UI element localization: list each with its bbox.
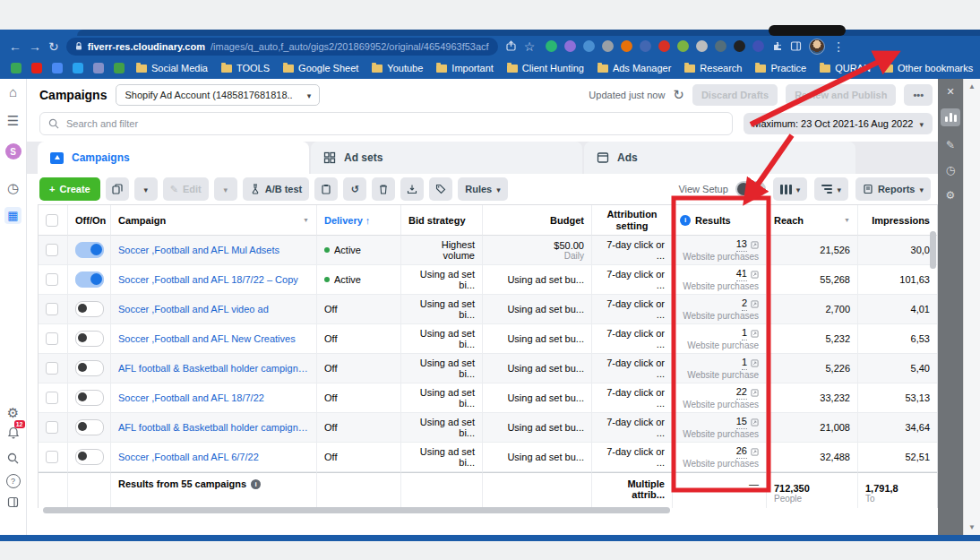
bookmark-favicon[interactable] bbox=[31, 63, 42, 73]
campaign-toggle[interactable] bbox=[75, 390, 104, 406]
scroll-down-arrow[interactable]: ▼ bbox=[964, 523, 980, 531]
results-value[interactable]: 2 bbox=[742, 297, 747, 310]
campaign-toggle[interactable] bbox=[75, 271, 104, 288]
col-delivery[interactable]: Delivery↑ bbox=[317, 205, 401, 236]
delete-button[interactable] bbox=[372, 177, 395, 201]
extension-icon[interactable] bbox=[734, 40, 745, 52]
bookmark-favicon[interactable] bbox=[93, 63, 104, 73]
other-bookmarks[interactable]: Other bookmarks bbox=[882, 63, 973, 73]
ab-test-button[interactable]: A/B test bbox=[243, 177, 310, 201]
row-checkbox[interactable] bbox=[46, 303, 58, 315]
bookmark-folder[interactable]: Youtube bbox=[372, 63, 423, 73]
clipboard-button[interactable] bbox=[314, 177, 338, 201]
export-button[interactable] bbox=[400, 177, 424, 201]
results-value[interactable]: 26 bbox=[736, 445, 747, 458]
campaign-toggle[interactable] bbox=[75, 360, 104, 376]
results-value[interactable]: 1 bbox=[742, 327, 747, 340]
campaign-toggle[interactable] bbox=[75, 419, 104, 435]
bookmark-star-icon[interactable]: ☆ bbox=[524, 40, 536, 53]
results-value[interactable]: 15 bbox=[736, 416, 747, 428]
bookmark-folder[interactable]: TOOLS bbox=[221, 63, 270, 73]
tab-ads[interactable]: Ads bbox=[584, 142, 855, 174]
overview-gauge-icon[interactable]: ◷ bbox=[7, 181, 19, 194]
bookmark-folder[interactable]: QURAN bbox=[820, 63, 871, 73]
close-icon[interactable]: ✕ bbox=[946, 86, 954, 98]
duplicate-button[interactable] bbox=[106, 177, 129, 201]
campaign-link[interactable]: Soccer ,Football and AFL video ad bbox=[118, 304, 269, 314]
row-checkbox[interactable] bbox=[46, 451, 58, 463]
row-checkbox[interactable] bbox=[46, 332, 58, 345]
tag-button[interactable] bbox=[429, 177, 452, 201]
panel-gear-icon[interactable]: ⚙ bbox=[946, 189, 956, 202]
account-avatar[interactable]: S bbox=[5, 143, 21, 159]
col-attribution[interactable]: Attribution setting bbox=[592, 205, 673, 236]
col-results[interactable]: iResults bbox=[673, 205, 767, 236]
view-setup-toggle[interactable] bbox=[735, 181, 766, 197]
account-selector[interactable]: Shopify Ad Account (1485817681818.. bbox=[116, 84, 320, 106]
bookmark-folder[interactable]: Client Hunting bbox=[507, 63, 584, 73]
campaign-toggle[interactable] bbox=[75, 242, 104, 258]
bookmark-favicon[interactable] bbox=[114, 63, 125, 73]
campaign-toggle[interactable] bbox=[75, 331, 104, 347]
results-value[interactable]: 1 bbox=[742, 357, 747, 369]
refresh-icon[interactable]: ↻ bbox=[673, 87, 684, 103]
reports-button[interactable]: Reports bbox=[855, 177, 931, 201]
menu-hamburger-icon[interactable]: ☰ bbox=[7, 114, 19, 127]
col-campaign[interactable]: Campaign▼ bbox=[111, 205, 317, 236]
rules-button[interactable]: Rules bbox=[458, 177, 508, 201]
extension-icon[interactable] bbox=[583, 40, 595, 52]
back-icon[interactable]: ← bbox=[9, 40, 21, 53]
charts-button[interactable] bbox=[941, 108, 960, 126]
bookmark-favicon[interactable] bbox=[52, 63, 63, 73]
campaign-link[interactable]: Soccer ,Football and AFL Mul Adsets bbox=[118, 245, 279, 255]
row-checkbox[interactable] bbox=[46, 362, 58, 375]
address-bar[interactable]: fiverr-res.cloudinary.com /images/q_auto… bbox=[66, 38, 498, 56]
search-icon[interactable] bbox=[7, 452, 19, 466]
select-all-checkbox[interactable] bbox=[46, 214, 58, 227]
bookmark-folder[interactable]: Google Sheet bbox=[283, 63, 358, 73]
results-value[interactable]: 13 bbox=[736, 238, 747, 251]
extension-icon[interactable] bbox=[752, 40, 764, 52]
col-reach[interactable]: Reach▼ bbox=[767, 205, 858, 236]
menu-dots-icon[interactable]: ⋮ bbox=[832, 40, 845, 53]
extension-icon[interactable] bbox=[715, 40, 726, 52]
edit-caret-button[interactable] bbox=[214, 177, 237, 201]
columns-button[interactable] bbox=[773, 177, 808, 201]
search-input[interactable]: Search and filter bbox=[39, 112, 733, 135]
more-options-button[interactable]: ••• bbox=[904, 84, 933, 106]
campaign-link[interactable]: Soccer ,Football and AFL New Creatives bbox=[118, 333, 296, 344]
bookmark-folder[interactable]: Important bbox=[436, 63, 493, 73]
dock-panel-icon[interactable] bbox=[7, 496, 19, 510]
results-value[interactable]: 22 bbox=[736, 386, 747, 399]
extension-icon[interactable] bbox=[696, 40, 708, 52]
horizontal-scrollbar[interactable] bbox=[43, 507, 670, 513]
bookmark-folder[interactable]: Practice bbox=[755, 63, 806, 73]
campaign-link[interactable]: Soccer ,Football and AFL 18/7/22 bbox=[118, 392, 264, 403]
campaign-link[interactable]: Soccer ,Football and AFL 18/7/22 – Copy bbox=[118, 274, 298, 285]
profile-avatar[interactable] bbox=[809, 39, 825, 55]
reload-icon[interactable]: ↻ bbox=[48, 40, 59, 53]
share-icon[interactable] bbox=[505, 40, 517, 52]
create-button[interactable]: +Create bbox=[39, 177, 100, 201]
bookmark-folder[interactable]: Social Media bbox=[136, 63, 208, 73]
bookmark-favicon[interactable] bbox=[11, 63, 21, 73]
tab-ad-sets[interactable]: Ad sets bbox=[311, 142, 582, 174]
duplicate-caret-button[interactable] bbox=[134, 177, 158, 201]
date-range-selector[interactable]: Maximum: 23 Oct 2021-16 Aug 2022 bbox=[744, 113, 933, 134]
campaign-link[interactable]: AFL football & Basketball holder campign… bbox=[118, 363, 309, 374]
campaign-toggle[interactable] bbox=[75, 449, 104, 465]
bookmark-favicon[interactable] bbox=[73, 63, 83, 73]
extension-icon[interactable] bbox=[677, 40, 689, 52]
extension-icon[interactable] bbox=[564, 40, 576, 52]
review-publish-button[interactable]: Review and Publish bbox=[786, 84, 896, 106]
edit-pencil-icon[interactable]: ✎ bbox=[946, 139, 955, 151]
row-checkbox[interactable] bbox=[46, 244, 58, 256]
breakdown-button[interactable] bbox=[814, 177, 848, 201]
settings-gear-icon[interactable]: ⚙ bbox=[7, 406, 19, 419]
discard-drafts-button[interactable]: Discard Drafts bbox=[692, 84, 778, 106]
col-bid-strategy[interactable]: Bid strategy bbox=[401, 205, 483, 236]
undo-button[interactable]: ↺ bbox=[343, 177, 366, 201]
tab-campaigns[interactable]: Campaigns bbox=[38, 142, 309, 174]
campaign-link[interactable]: AFL football & Basketball holder campign… bbox=[118, 422, 309, 433]
history-clock-icon[interactable]: ◷ bbox=[946, 164, 955, 177]
